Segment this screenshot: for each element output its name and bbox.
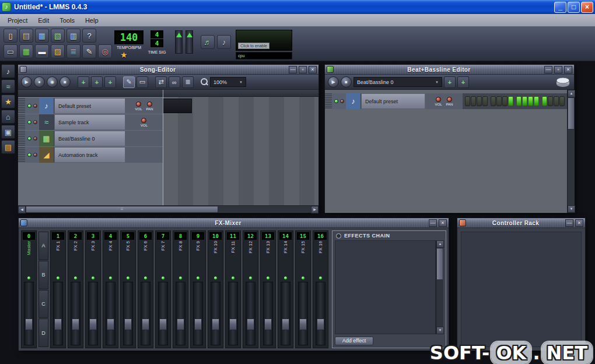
menu-project[interactable]: Project (2, 15, 33, 26)
fx-channel-fader[interactable] (24, 282, 34, 345)
bb-editor-close-button[interactable]: × (564, 66, 572, 74)
fader-handle[interactable] (264, 318, 272, 330)
fx-channel-fader[interactable] (246, 282, 256, 345)
autoscroll-button[interactable]: ⇄ (155, 76, 167, 88)
fx-bank-c[interactable]: C (38, 290, 48, 318)
fx-channel-led[interactable] (301, 276, 305, 280)
fx-channel-10[interactable]: 10FX 10 (208, 230, 223, 348)
add-bb-track-button[interactable]: + (444, 76, 456, 88)
fx-channel-fader[interactable] (211, 282, 220, 345)
master-volume-icon[interactable]: ♬ (201, 35, 215, 49)
song-editor-hscrollbar[interactable]: ◀ ▶ (18, 205, 318, 213)
toggle-song-editor-icon[interactable]: ▭ (4, 44, 18, 58)
fader-handle[interactable] (142, 318, 149, 330)
fx-channel-led[interactable] (249, 276, 253, 280)
toggle-piano-roll-icon[interactable]: ▬ (35, 44, 49, 58)
timesig-numerator-display[interactable]: 4 (150, 30, 163, 38)
fx-channel-5[interactable]: 5FX 5 (120, 230, 136, 348)
fx-channel-fader[interactable] (298, 282, 308, 345)
track-icon[interactable]: ▦ (39, 131, 54, 146)
stop-button[interactable]: ■ (341, 76, 352, 88)
knob-dial[interactable] (147, 102, 152, 107)
song-editor-maximize-button[interactable]: ▫ (299, 66, 307, 74)
fx-channel-led[interactable] (284, 276, 288, 280)
fx-channel-4[interactable]: 4FX 4 (103, 230, 118, 348)
bb-editor-minimize-button[interactable]: — (544, 66, 552, 74)
step-cell[interactable] (508, 96, 513, 106)
track-name[interactable]: Beat/Bassline 0 (54, 131, 125, 146)
track-icon[interactable]: ♪ (346, 93, 361, 109)
pan-knob[interactable]: PAN (146, 102, 153, 111)
fx-channel-led[interactable] (214, 276, 218, 280)
track-grip-handle[interactable] (18, 114, 25, 130)
scroll-right-button[interactable]: ▶ (311, 206, 318, 214)
knob-dial[interactable] (436, 97, 441, 102)
fx-channel-led[interactable] (266, 276, 270, 280)
fx-channel-3[interactable]: 3FX 3 (85, 230, 101, 348)
track-mute-led[interactable] (27, 136, 32, 141)
window-close-button[interactable]: × (581, 2, 593, 13)
timeline-ruler[interactable] (18, 90, 318, 97)
scroll-down-button[interactable]: ▼ (568, 205, 575, 213)
step-cell[interactable] (522, 96, 527, 106)
track-mute-led[interactable] (27, 153, 32, 157)
track-grip-handle[interactable] (325, 93, 332, 109)
time-signature[interactable]: 4 4 (150, 30, 163, 48)
fader-handle[interactable] (124, 318, 132, 330)
record-button[interactable]: ● (34, 76, 45, 88)
pan-knob[interactable]: PAN (446, 97, 453, 106)
tempo-display[interactable]: 140 (114, 30, 144, 44)
fx-channel-led[interactable] (178, 276, 183, 280)
track-grip-handle[interactable] (18, 131, 25, 146)
fx-channel-fader[interactable] (281, 282, 290, 345)
fx-bank-b[interactable]: B (38, 261, 48, 289)
fx-channel-fader[interactable] (263, 282, 273, 345)
fx-channel-fader[interactable] (176, 282, 186, 345)
fx-channel-fader[interactable] (141, 282, 150, 345)
track-icon[interactable]: ♪ (39, 98, 54, 114)
fx-mixer-close-button[interactable]: × (439, 219, 447, 227)
fader-handle[interactable] (159, 318, 167, 330)
scroll-thumb[interactable] (568, 97, 575, 130)
add-automation-track-button[interactable]: + (104, 76, 116, 88)
fx-channel-led[interactable] (144, 276, 148, 280)
scroll-thumb[interactable] (436, 248, 443, 280)
new-project-icon[interactable]: ▯ (4, 29, 18, 43)
fx-channel-led[interactable] (74, 276, 78, 280)
track-solo-led[interactable] (340, 99, 344, 103)
fx-channel-fader[interactable] (88, 282, 98, 345)
toggle-fx-mixer-icon[interactable]: ≣ (66, 44, 80, 58)
fx-channel-12[interactable]: 12FX 12 (243, 230, 258, 348)
pattern-segment[interactable] (163, 99, 192, 113)
loop-button[interactable]: ∞ (169, 76, 180, 88)
step-cell[interactable] (542, 96, 547, 106)
step-cell[interactable] (471, 96, 476, 106)
fx-channel-11[interactable]: 11FX 11 (225, 230, 241, 348)
controller-rack-titlebar[interactable]: Controller Rack — × (457, 218, 585, 228)
fx-channel-led[interactable] (108, 276, 113, 280)
fx-channel-14[interactable]: 14FX 14 (278, 230, 293, 348)
step-cell[interactable] (534, 96, 539, 106)
step-cell[interactable] (482, 96, 488, 106)
fader-handle[interactable] (72, 318, 79, 330)
fader-handle[interactable] (89, 318, 97, 330)
add-automation-track-button[interactable]: + (457, 76, 469, 88)
window-titlebar[interactable]: ♪ Untitled* - LMMS 0.4.3 _ □ × (0, 0, 595, 14)
effects-chain-vscrollbar[interactable]: ▲ ▼ (436, 240, 443, 334)
zoom-select[interactable]: 100% ▼ (210, 77, 246, 87)
fx-channel-led[interactable] (27, 276, 31, 280)
fx-channel-led[interactable] (318, 276, 323, 280)
track-timeline[interactable] (163, 114, 318, 130)
step-cell[interactable] (465, 96, 470, 106)
fx-channel-16[interactable]: 16FX 16 (313, 230, 328, 348)
stop-behaviour-button[interactable]: ≣ (182, 76, 194, 88)
fader-handle[interactable] (317, 318, 324, 330)
add-bb-track-button[interactable]: + (78, 76, 89, 88)
vol-knob[interactable]: VOL (435, 97, 442, 106)
fx-channel-led[interactable] (91, 276, 95, 280)
fx-channel-led[interactable] (126, 276, 130, 280)
fader-handle[interactable] (54, 318, 62, 330)
fx-channel-fader[interactable] (193, 282, 203, 345)
scroll-track[interactable] (218, 206, 311, 213)
timesig-denominator-display[interactable]: 4 (150, 39, 163, 47)
